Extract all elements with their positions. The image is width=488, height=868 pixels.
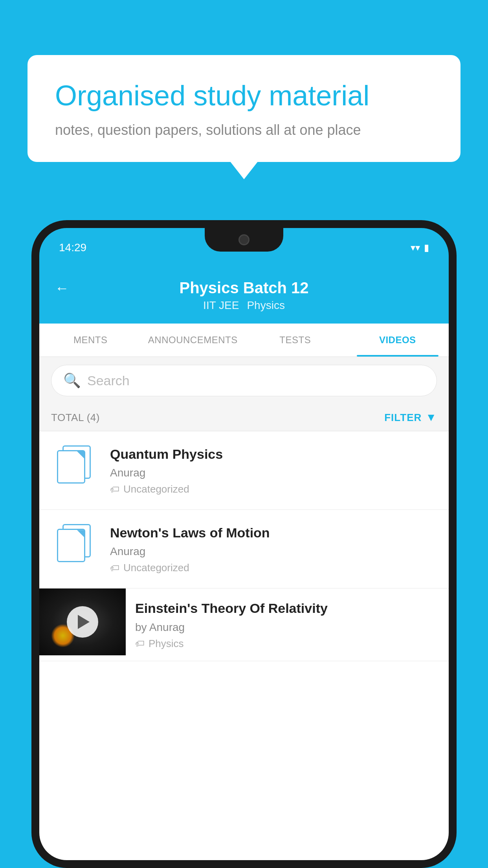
back-button[interactable]: ← bbox=[55, 280, 69, 296]
video-author-2: Anurag bbox=[110, 545, 437, 558]
list-item[interactable]: Quantum Physics Anurag 🏷 Uncategorized bbox=[39, 431, 449, 510]
phone-screen: ← Physics Batch 12 IIT JEE Physics MENTS… bbox=[39, 267, 449, 860]
filter-bar: TOTAL (4) FILTER ▼ bbox=[39, 404, 449, 431]
video-title-3: Einstein's Theory Of Relativity bbox=[135, 600, 439, 617]
play-icon bbox=[78, 615, 90, 629]
video-thumb-1 bbox=[51, 445, 98, 485]
video-title-2: Newton's Laws of Motion bbox=[110, 524, 437, 541]
app-header: ← Physics Batch 12 IIT JEE Physics bbox=[39, 267, 449, 324]
header-tag2: Physics bbox=[247, 299, 284, 312]
video-tag-1: 🏷 Uncategorized bbox=[110, 483, 437, 495]
tab-tests[interactable]: TESTS bbox=[244, 324, 347, 357]
phone-outer: 14:29 ▾▾ ▮ ← Physics Batch 12 IIT JEE Ph… bbox=[31, 220, 457, 868]
camera-dot bbox=[238, 234, 250, 245]
search-container: 🔍 Search bbox=[39, 357, 449, 404]
file-icon-front bbox=[57, 529, 85, 562]
total-label: TOTAL (4) bbox=[51, 412, 100, 424]
video-thumbnail-3 bbox=[39, 588, 126, 655]
filter-icon: ▼ bbox=[426, 411, 437, 424]
bubble-subtitle: notes, question papers, solutions all at… bbox=[55, 122, 433, 138]
tabs-row: MENTS ANNOUNCEMENTS TESTS VIDEOS bbox=[39, 324, 449, 357]
video-info-1: Quantum Physics Anurag 🏷 Uncategorized bbox=[110, 445, 437, 495]
header-row: ← Physics Batch 12 bbox=[55, 279, 433, 297]
list-item[interactable]: Einstein's Theory Of Relativity by Anura… bbox=[39, 588, 449, 661]
search-icon: 🔍 bbox=[63, 372, 81, 389]
list-item[interactable]: Newton's Laws of Motion Anurag 🏷 Uncateg… bbox=[39, 510, 449, 588]
phone-frame: 14:29 ▾▾ ▮ ← Physics Batch 12 IIT JEE Ph… bbox=[31, 220, 457, 868]
video-author-1: Anurag bbox=[110, 467, 437, 479]
tag-icon-3: 🏷 bbox=[135, 638, 145, 649]
video-author-3: by Anurag bbox=[135, 621, 439, 634]
video-info-2: Newton's Laws of Motion Anurag 🏷 Uncateg… bbox=[110, 524, 437, 574]
status-bar: 14:29 ▾▾ ▮ bbox=[39, 228, 449, 267]
speech-bubble: Organised study material notes, question… bbox=[28, 55, 460, 162]
video-info-3: Einstein's Theory Of Relativity by Anura… bbox=[126, 588, 449, 660]
file-icon-1 bbox=[57, 445, 92, 485]
tab-ments[interactable]: MENTS bbox=[39, 324, 142, 357]
video-tag-2: 🏷 Uncategorized bbox=[110, 562, 437, 574]
status-icons: ▾▾ ▮ bbox=[411, 242, 429, 253]
notch bbox=[205, 228, 283, 252]
wifi-icon: ▾▾ bbox=[411, 242, 420, 253]
filter-button[interactable]: FILTER ▼ bbox=[384, 411, 437, 424]
filter-label: FILTER bbox=[384, 412, 422, 424]
tab-videos[interactable]: VIDEOS bbox=[347, 324, 449, 357]
search-bar[interactable]: 🔍 Search bbox=[51, 365, 437, 396]
status-time: 14:29 bbox=[59, 241, 86, 254]
battery-icon: ▮ bbox=[424, 242, 429, 253]
header-subtitle: IIT JEE Physics bbox=[203, 299, 285, 312]
file-icon-front bbox=[57, 450, 85, 484]
speech-bubble-container: Organised study material notes, question… bbox=[28, 55, 460, 162]
header-title: Physics Batch 12 bbox=[179, 279, 308, 297]
video-thumb-2 bbox=[51, 524, 98, 563]
tag-icon-2: 🏷 bbox=[110, 563, 119, 574]
video-list: Quantum Physics Anurag 🏷 Uncategorized bbox=[39, 431, 449, 661]
tag-icon-1: 🏷 bbox=[110, 484, 119, 495]
video-title-1: Quantum Physics bbox=[110, 445, 437, 463]
video-tag-3: 🏷 Physics bbox=[135, 638, 439, 650]
header-tag1: IIT JEE bbox=[203, 299, 239, 312]
tab-announcements[interactable]: ANNOUNCEMENTS bbox=[142, 324, 244, 357]
file-icon-2 bbox=[57, 524, 92, 563]
bubble-title: Organised study material bbox=[55, 79, 433, 112]
search-placeholder: Search bbox=[87, 373, 130, 388]
play-button[interactable] bbox=[67, 606, 98, 638]
